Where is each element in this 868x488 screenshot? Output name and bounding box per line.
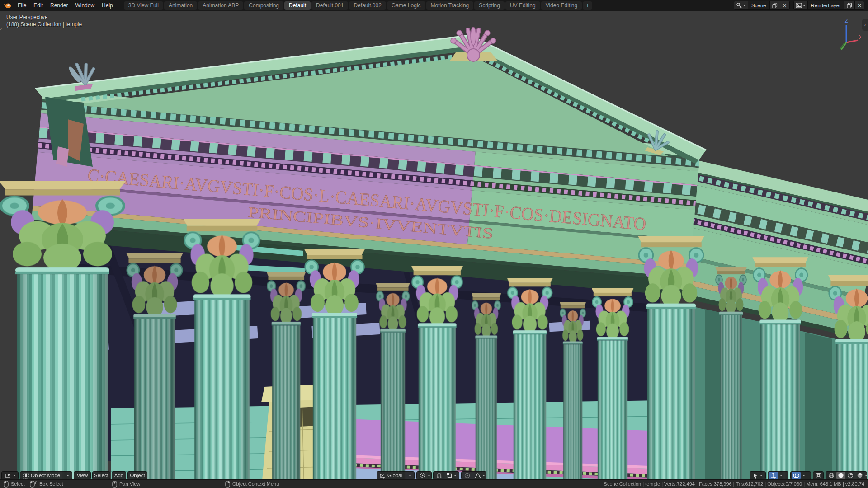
keymap-hint-context-menu: Object Context Menu — [225, 480, 279, 488]
sidebar-collapse-tab[interactable]: ‹ — [862, 19, 868, 31]
proportional-edit-toggle[interactable] — [463, 472, 472, 479]
tab-scripting[interactable]: Scripting — [474, 1, 505, 10]
chevron-down-icon — [13, 475, 16, 478]
menu-object[interactable]: Object — [127, 471, 147, 479]
menu-render[interactable]: Render — [47, 0, 71, 11]
overlays-icon — [793, 473, 799, 479]
falloff-curve-icon — [475, 473, 481, 479]
menu-window[interactable]: Window — [71, 0, 98, 11]
snap-target-dropdown[interactable] — [445, 472, 458, 479]
chevron-down-icon — [780, 475, 783, 478]
tab-video-editing[interactable]: Video Editing — [541, 1, 582, 10]
topbar: File Edit Render Window Help 3D View Ful… — [0, 0, 868, 11]
proportional-edit-controls — [461, 471, 486, 479]
3d-viewport[interactable]: C·CAESARI·AVGVSTI·F·COS·L·CAESARI·AVGVST… — [0, 11, 868, 480]
hint-select-label: Select — [11, 481, 25, 487]
new-view-layer-button[interactable] — [844, 1, 855, 9]
tab-animation-abp[interactable]: Animation ABP — [198, 1, 243, 10]
select-cursor-icon — [753, 473, 758, 479]
tab-uv-editing[interactable]: UV Editing — [505, 1, 540, 10]
new-scene-button[interactable] — [770, 1, 780, 9]
menu-edit[interactable]: Edit — [30, 0, 47, 11]
menu-select-label: Select — [94, 473, 108, 478]
chevron-down-icon — [409, 475, 411, 478]
scene-browse-button[interactable] — [734, 1, 748, 9]
axis-z-label: Z — [845, 18, 848, 23]
keymap-hint-box-select: Box Select — [30, 480, 63, 488]
view-layer-name-field[interactable]: RenderLayer — [808, 1, 844, 9]
shading-wireframe-icon — [828, 472, 835, 479]
tab-3d-view-full[interactable]: 3D View Full — [124, 1, 163, 10]
shading-solid-icon — [838, 472, 844, 479]
chevron-down-icon — [66, 475, 69, 478]
tab-default-002[interactable]: Default.002 — [349, 1, 386, 10]
tab-game-logic[interactable]: Game Logic — [387, 1, 425, 10]
menu-file[interactable]: File — [14, 0, 30, 11]
scene-statistics: Scene Collection | temple | Verts:722,49… — [604, 480, 864, 488]
shading-material-button[interactable] — [846, 472, 855, 479]
view-layer-selector: RenderLayer ✕ — [793, 1, 864, 10]
menu-select[interactable]: Select — [92, 471, 110, 479]
view-perspective-label: User Perspective — [6, 14, 82, 21]
tab-compositing[interactable]: Compositing — [244, 1, 283, 10]
viewport-overlay-text: User Perspective (188) Scene Collection … — [6, 14, 82, 28]
show-overlays-toggle[interactable] — [792, 472, 801, 479]
falloff-dropdown[interactable] — [473, 472, 486, 479]
add-workspace-button[interactable]: + — [583, 1, 592, 10]
transform-orientation-dropdown[interactable]: Global — [377, 471, 415, 479]
show-gizmo-toggle[interactable] — [769, 472, 778, 479]
status-bar: Select Box Select Pan View Object Cont — [0, 479, 868, 488]
orientation-label: Global — [387, 473, 402, 478]
editor-type-button[interactable] — [1, 471, 19, 479]
snap-target-icon — [447, 473, 453, 479]
overlay-controls — [790, 471, 811, 479]
mouse-right-icon — [225, 481, 230, 488]
menu-help[interactable]: Help — [98, 0, 117, 11]
snap-controls — [433, 471, 459, 479]
mode-label: Object Mode — [31, 473, 60, 478]
mouse-left-drag-icon — [30, 481, 37, 488]
shading-solid-button[interactable] — [836, 472, 845, 479]
mouse-middle-icon — [112, 481, 117, 488]
active-tool-dropdown[interactable] — [750, 471, 766, 479]
tab-default-001[interactable]: Default.001 — [311, 1, 348, 10]
remove-view-layer-button[interactable]: ✕ — [855, 1, 864, 9]
scene-selector: Scene ✕ — [734, 1, 790, 10]
snap-toggle-button[interactable] — [435, 472, 443, 479]
pivot-point-dropdown[interactable] — [416, 471, 432, 479]
view-layer-browse-button[interactable] — [794, 1, 808, 9]
menu-add[interactable]: Add — [112, 471, 126, 479]
keymap-hint-pan: Pan View — [112, 480, 140, 488]
scene-name-field[interactable]: Scene — [748, 1, 770, 9]
mouse-left-icon — [4, 481, 9, 488]
menu-view[interactable]: View — [74, 471, 91, 479]
shading-rendered-button[interactable] — [855, 472, 864, 479]
chevron-down-icon — [865, 475, 868, 478]
duplicate-icon — [772, 3, 778, 8]
xray-toggle[interactable] — [813, 471, 824, 479]
toolbar-expand-arrow[interactable]: › — [0, 25, 2, 32]
object-mode-icon — [23, 473, 29, 479]
hint-box-select-label: Box Select — [39, 481, 63, 487]
scene-statistics-text: Scene Collection | temple | Verts:722,49… — [604, 481, 864, 487]
chevron-down-icon — [760, 475, 763, 478]
chevron-down-icon — [802, 475, 805, 478]
close-icon: ✕ — [783, 3, 787, 9]
tab-default[interactable]: Default — [284, 1, 311, 10]
unlink-scene-button[interactable]: ✕ — [780, 1, 789, 9]
chevron-down-icon — [743, 5, 746, 8]
menu-view-label: View — [77, 473, 88, 478]
shading-mode-controls — [826, 471, 867, 479]
tab-motion-tracking[interactable]: Motion Tracking — [426, 1, 474, 10]
shading-wireframe-button[interactable] — [827, 472, 836, 479]
view-layer-icon — [796, 2, 802, 9]
viewport-header: Object Mode View Select Add Object — [0, 471, 868, 480]
duplicate-icon — [847, 3, 852, 8]
mode-dropdown[interactable]: Object Mode — [20, 471, 72, 479]
blender-logo-icon[interactable] — [3, 2, 11, 9]
axis-gizmo[interactable]: Z X — [832, 17, 861, 52]
tab-animation[interactable]: Animation — [164, 1, 197, 10]
menu-add-label: Add — [114, 473, 123, 478]
gizmo-icon — [770, 472, 777, 479]
orientation-icon — [380, 473, 386, 479]
